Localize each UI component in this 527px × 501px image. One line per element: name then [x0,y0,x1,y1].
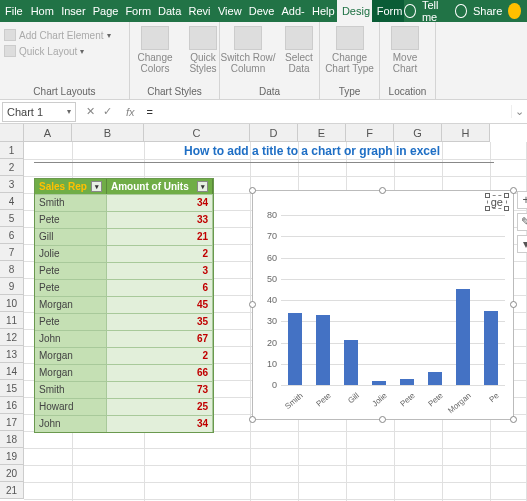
cell-name[interactable]: Pete [35,211,107,228]
expand-formula-icon[interactable]: ⌄ [511,105,527,118]
resize-handle[interactable] [510,301,517,308]
tab-format[interactable]: Form [372,0,405,22]
row-header[interactable]: 14 [0,363,24,380]
resize-handle[interactable] [249,301,256,308]
col-header[interactable]: A [24,124,72,142]
enter-icon[interactable]: ✓ [103,105,112,118]
row-header[interactable]: 15 [0,380,24,397]
cell-grid[interactable]: How to add a title to a chart or graph i… [24,142,527,501]
change-chart-type[interactable]: Change Chart Type [324,24,375,76]
bar[interactable] [344,340,358,385]
bar[interactable] [456,289,470,385]
cell-value[interactable]: 25 [107,398,213,415]
quick-layout[interactable]: Quick Layout▾ [4,44,84,58]
cell-value[interactable]: 73 [107,381,213,398]
embedded-chart[interactable]: ge 01020304050607080SmithPeteGillJoliePe… [252,190,514,420]
cell-value[interactable]: 2 [107,347,213,364]
cell-name[interactable]: Morgan [35,296,107,313]
row-header[interactable]: 4 [0,193,24,210]
chart-filter-button[interactable]: ▾ [517,235,527,253]
resize-handle[interactable] [510,416,517,423]
name-box[interactable]: Chart 1▾ [2,102,76,122]
cell-name[interactable]: Jolie [35,245,107,262]
cell-name[interactable]: Morgan [35,364,107,381]
tab-developer[interactable]: Deve [244,0,277,22]
table-row[interactable]: Morgan66 [35,364,213,381]
col-header[interactable]: G [394,124,442,142]
tab-home[interactable]: Hom [26,0,57,22]
col-header[interactable]: H [442,124,490,142]
switch-row-col[interactable]: Switch Row/ Column [224,24,272,76]
data-table[interactable]: Sales Rep▾ Amount of Units▾ Smith34Pete3… [34,178,214,433]
tab-formulas[interactable]: Form [120,0,153,22]
cell-value[interactable]: 35 [107,313,213,330]
tab-file[interactable]: File [0,0,26,22]
fx-icon[interactable]: fx [120,106,141,118]
row-header[interactable]: 20 [0,465,24,482]
col-header[interactable]: B [72,124,144,142]
cell-value[interactable]: 2 [107,245,213,262]
row-header[interactable]: 11 [0,312,24,329]
table-row[interactable]: Pete6 [35,279,213,296]
cell-name[interactable]: Howard [35,398,107,415]
cell-value[interactable]: 45 [107,296,213,313]
tab-insert[interactable]: Inser [56,0,88,22]
table-row[interactable]: Morgan45 [35,296,213,313]
row-header[interactable]: 3 [0,176,24,193]
table-row[interactable]: John67 [35,330,213,347]
filter-icon[interactable]: ▾ [91,181,102,192]
cell-name[interactable]: John [35,330,107,347]
table-row[interactable]: Smith73 [35,381,213,398]
chart-title-editor[interactable]: ge [487,195,507,209]
bar[interactable] [400,379,414,385]
row-header[interactable]: 8 [0,261,24,278]
formula-input[interactable]: = [141,106,511,118]
filter-icon[interactable]: ▾ [197,181,208,192]
cell-value[interactable]: 34 [107,415,213,432]
tab-addins[interactable]: Add- [276,0,307,22]
row-header[interactable]: 1 [0,142,24,159]
resize-handle[interactable] [379,187,386,194]
table-row[interactable]: Smith34 [35,194,213,211]
share-button[interactable]: Share [473,5,502,17]
col-header-amount[interactable]: Amount of Units▾ [107,179,213,194]
cell-name[interactable]: Morgan [35,347,107,364]
resize-handle[interactable] [249,416,256,423]
plot-area[interactable]: 01020304050607080SmithPeteGillJoliePeteP… [281,215,505,385]
cell-value[interactable]: 34 [107,194,213,211]
table-row[interactable]: Morgan2 [35,347,213,364]
cell-value[interactable]: 3 [107,262,213,279]
table-row[interactable]: Pete33 [35,211,213,228]
cell-name[interactable]: Pete [35,279,107,296]
row-header[interactable]: 10 [0,295,24,312]
row-header[interactable]: 17 [0,414,24,431]
row-header[interactable]: 19 [0,448,24,465]
select-all-corner[interactable] [0,124,24,142]
bar[interactable] [484,311,498,385]
move-chart[interactable]: Move Chart [384,24,426,76]
cell-value[interactable]: 67 [107,330,213,347]
quick-styles[interactable]: Quick Styles [182,24,224,76]
cell-value[interactable]: 6 [107,279,213,296]
table-row[interactable]: Howard25 [35,398,213,415]
row-header[interactable]: 9 [0,278,24,295]
table-row[interactable]: Pete3 [35,262,213,279]
tab-page[interactable]: Page [88,0,121,22]
row-header[interactable]: 13 [0,346,24,363]
tab-data[interactable]: Data [153,0,184,22]
col-header-sales-rep[interactable]: Sales Rep▾ [35,179,107,194]
col-header[interactable]: F [346,124,394,142]
col-header[interactable]: C [144,124,250,142]
bar[interactable] [288,313,302,385]
tab-help[interactable]: Help [307,0,337,22]
row-header[interactable]: 16 [0,397,24,414]
select-data[interactable]: Select Data [278,24,320,76]
bar[interactable] [372,381,386,385]
bar[interactable] [428,372,442,385]
cell-name[interactable]: Pete [35,262,107,279]
row-header[interactable]: 18 [0,431,24,448]
tab-view[interactable]: View [213,0,244,22]
resize-handle[interactable] [249,187,256,194]
row-header[interactable]: 21 [0,482,24,499]
feedback-icon[interactable] [508,3,521,19]
